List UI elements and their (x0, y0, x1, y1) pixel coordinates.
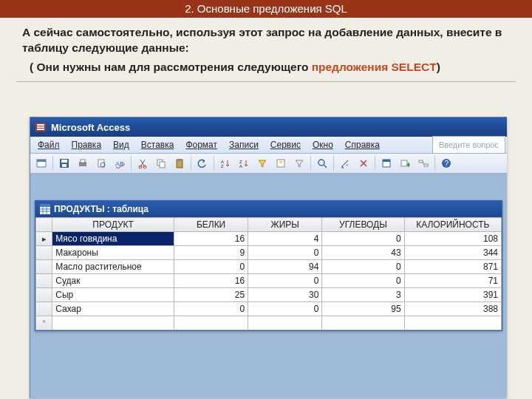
cell-kcal[interactable]: 388 (404, 302, 501, 316)
cell-product[interactable]: Макароны (52, 246, 174, 260)
cell-kcal[interactable]: 871 (404, 260, 501, 274)
help-search-input[interactable]: Введите вопрос (432, 136, 505, 154)
table-row[interactable]: Сыр25303391 (36, 288, 502, 302)
new-record-icon[interactable]: * (336, 154, 354, 172)
new-record-marker[interactable]: * (36, 316, 52, 330)
cell-fat[interactable]: 94 (248, 260, 322, 274)
cell-kcal[interactable]: 108 (404, 232, 501, 246)
cell-kcal[interactable]: 71 (404, 274, 501, 288)
child-title-text: ПРОДУКТЫ : таблица (54, 204, 149, 214)
cell-kcal[interactable]: 344 (404, 246, 501, 260)
cell-carbs[interactable]: 3 (322, 288, 404, 302)
cell-product[interactable]: Сыр (52, 288, 174, 302)
menu-view[interactable]: Вид (107, 137, 135, 152)
cell-kcal[interactable]: 391 (404, 288, 501, 302)
row-selector[interactable] (36, 302, 52, 316)
cell-product[interactable]: Судак (52, 274, 174, 288)
menu-window[interactable]: Окно (307, 137, 339, 152)
database-window-icon[interactable] (378, 154, 395, 172)
copy-icon[interactable] (152, 154, 170, 172)
help-icon[interactable]: ? (437, 154, 455, 172)
cell-protein[interactable]: 9 (174, 246, 248, 260)
cell-product[interactable]: Мясо говядина (52, 232, 174, 246)
cell-product[interactable]: Масло растительное (52, 260, 174, 274)
view-button[interactable] (33, 154, 50, 172)
col-kcal[interactable]: КАЛОРИЙНОСТЬ (404, 218, 501, 232)
cell-kcal[interactable] (404, 316, 501, 330)
filter-by-selection-icon[interactable] (253, 154, 271, 172)
save-icon[interactable] (55, 154, 73, 172)
cell-protein[interactable]: 16 (174, 274, 248, 288)
divider (16, 81, 516, 82)
cell-protein[interactable]: 16 (174, 232, 248, 246)
relationships-icon[interactable] (415, 154, 432, 172)
row-selector[interactable] (36, 246, 52, 260)
svg-rect-3 (37, 129, 44, 130)
cell-fat[interactable]: 0 (248, 246, 322, 260)
row-selector[interactable] (36, 274, 52, 288)
row-selector[interactable]: ▸ (36, 232, 52, 246)
cell-carbs[interactable]: 0 (322, 274, 404, 288)
cut-icon[interactable] (134, 154, 151, 172)
menu-insert[interactable]: Вставка (135, 137, 180, 152)
menu-records[interactable]: Записи (223, 137, 265, 152)
find-icon[interactable] (313, 154, 331, 172)
col-fat[interactable]: ЖИРЫ (248, 218, 322, 232)
table-row[interactable]: Макароны9043344 (36, 246, 502, 260)
sort-asc-icon[interactable]: AZ (216, 154, 234, 172)
print-preview-icon[interactable] (92, 154, 110, 172)
row-selector[interactable] (36, 260, 52, 274)
menu-help[interactable]: Справка (339, 137, 386, 152)
paragraph-1: А сейчас самостоятельно, используя этот … (0, 18, 532, 56)
menu-tools[interactable]: Сервис (265, 137, 307, 152)
cell-protein[interactable]: 25 (174, 288, 248, 302)
col-carbs[interactable]: УГЛЕВОДЫ (322, 218, 404, 232)
svg-rect-17 (160, 162, 165, 168)
paste-icon[interactable] (171, 154, 188, 172)
menu-edit[interactable]: Правка (66, 137, 108, 152)
cell-fat[interactable]: 0 (248, 274, 322, 288)
col-protein[interactable]: БЕЛКИ (174, 218, 248, 232)
spellcheck-icon[interactable]: ABC (111, 154, 129, 172)
cell-fat[interactable] (248, 316, 322, 330)
sort-desc-icon[interactable]: ZA (235, 154, 253, 172)
svg-rect-30 (419, 160, 423, 163)
app-titlebar: Microsoft Access (30, 117, 507, 137)
undo-icon[interactable] (194, 154, 211, 172)
cell-carbs[interactable] (322, 316, 404, 330)
svg-rect-7 (61, 160, 67, 163)
data-grid[interactable]: ПРОДУКТ БЕЛКИ ЖИРЫ УГЛЕВОДЫ КАЛОРИЙНОСТЬ… (35, 217, 502, 330)
cell-fat[interactable]: 4 (248, 232, 322, 246)
cell-carbs[interactable]: 43 (322, 246, 404, 260)
cell-carbs[interactable]: 95 (322, 302, 404, 316)
p2-close: ) (437, 61, 440, 73)
cell-protein[interactable]: 0 (174, 302, 248, 316)
menu-file[interactable]: Файл (32, 137, 66, 152)
cell-carbs[interactable]: 0 (322, 232, 404, 246)
child-titlebar: ПРОДУКТЫ : таблица (35, 201, 502, 217)
table-row[interactable]: Судак160071 (36, 274, 502, 288)
cell-product[interactable]: Сахар (52, 302, 174, 316)
print-icon[interactable] (74, 154, 92, 172)
svg-rect-35 (40, 204, 50, 207)
table-row[interactable]: Масло растительное0940871 (36, 260, 502, 274)
svg-text:Z: Z (221, 164, 224, 168)
cell-protein[interactable] (174, 316, 248, 330)
row-selector-header[interactable] (36, 218, 52, 232)
row-selector[interactable] (36, 288, 52, 302)
cell-protein[interactable]: 0 (174, 260, 248, 274)
delete-record-icon[interactable] (355, 154, 372, 172)
svg-text:*: * (346, 163, 348, 168)
toggle-filter-icon[interactable] (290, 154, 308, 172)
cell-product[interactable] (52, 316, 174, 330)
cell-fat[interactable]: 30 (248, 288, 322, 302)
filter-by-form-icon[interactable] (272, 154, 290, 172)
table-row[interactable]: Сахар0095388 (36, 302, 502, 316)
new-record-row[interactable]: * (36, 316, 502, 330)
menu-format[interactable]: Формат (180, 137, 223, 152)
cell-carbs[interactable]: 0 (322, 260, 404, 274)
cell-fat[interactable]: 0 (248, 302, 322, 316)
table-row[interactable]: ▸Мясо говядина1640108 (36, 232, 502, 246)
new-object-icon[interactable] (396, 154, 414, 172)
col-product[interactable]: ПРОДУКТ (52, 218, 174, 232)
